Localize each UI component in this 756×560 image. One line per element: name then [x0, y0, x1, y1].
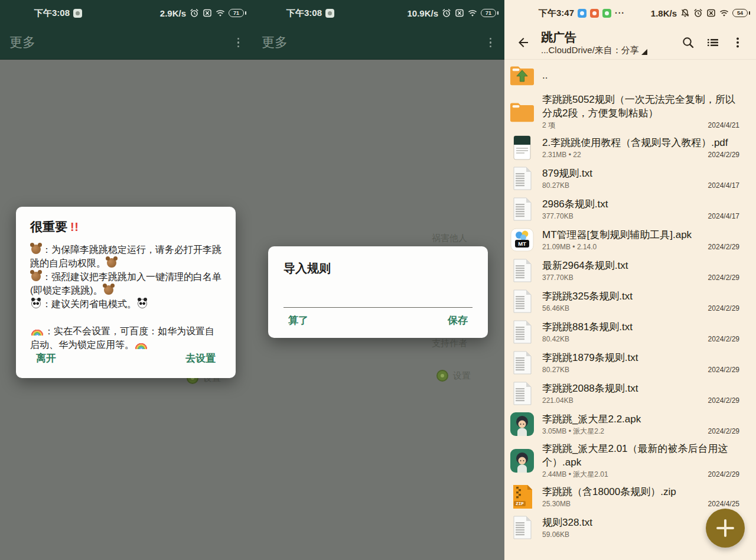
txt-icon [509, 288, 535, 314]
back-arrow-icon[interactable] [511, 31, 535, 54]
important-dialog: 很重要!! ：为保障李跳跳稳定运行，请务必打开李跳跳的自启动权限。：强烈建议把李… [16, 207, 236, 378]
file-row[interactable]: 李跳跳881条规则.txt 80.42KB 2024/2/29 [504, 317, 756, 347]
file-row[interactable]: MT MT管理器[复制规则辅助工具].apk 21.09MB • 2.14.0 … [504, 224, 756, 255]
file-date: 2024/2/29 [708, 470, 739, 479]
txt-icon [509, 515, 535, 541]
file-date: 2024/2/29 [708, 304, 739, 313]
breadcrumb: ...CloudDrive/来自：分享 [541, 44, 639, 56]
file-meta: 377.70KB [542, 212, 573, 221]
overflow-menu-icon[interactable] [725, 30, 750, 55]
no-sim-icon [455, 8, 464, 18]
file-date: 2024/4/21 [708, 121, 739, 130]
wifi-icon [216, 8, 225, 18]
panel-litiaotiao-more-1: 下午3:08 2.9K/s 71 更多 设置 很重要!! ：为保障李跳跳稳定运行… [0, 0, 252, 560]
more-notifications: ··· [615, 8, 625, 18]
file-meta: 80.27KB [542, 366, 569, 375]
overflow-menu-icon[interactable] [235, 35, 242, 50]
dimmed-support-item[interactable]: 支持作者 [432, 338, 467, 349]
file-date: 2024/2/29 [708, 243, 739, 252]
file-meta: 80.42KB [542, 335, 569, 344]
status-time: 下午3:47 [539, 8, 574, 19]
txt-icon [509, 165, 535, 191]
dimmed-share-label: 祸害他人 [432, 233, 467, 244]
wifi-icon [719, 8, 729, 18]
file-row[interactable]: 李跳跳_派大星2.01（最新的被杀后台用这个）.apk 2.44MB • 派大星… [504, 439, 756, 481]
file-row[interactable]: 李跳跳5052规则（一次无法完全复制，所以分成2段，方便复制粘贴） 2 项 20… [504, 90, 756, 132]
file-row[interactable]: 李跳跳325条规则.txt 56.46KB 2024/2/29 [504, 286, 756, 317]
file-meta: 377.70KB [542, 274, 573, 282]
txt-icon [509, 380, 535, 406]
cancel-button[interactable]: 算了 [287, 312, 309, 328]
file-row[interactable]: 最新2964条规则.txt 377.70KB 2024/2/29 [504, 255, 756, 286]
svg-text:MT: MT [518, 240, 526, 247]
notification-app-icon-green [602, 9, 611, 18]
notification-app-icon-orange [590, 9, 599, 18]
file-name: MT管理器[复制规则辅助工具].apk [542, 228, 739, 242]
zip-icon: ZIP [509, 484, 535, 510]
notification-app-icon [73, 9, 82, 18]
file-row[interactable]: ZIP 李跳跳（含18000条规则）.zip 25.30MB 2024/4/25 [504, 481, 756, 512]
file-name: 李跳跳5052规则（一次无法完全复制，所以分成2段，方便复制粘贴） [542, 93, 739, 120]
dialog-title: 很重要!! [30, 219, 221, 235]
file-date: 2024/4/25 [708, 500, 739, 509]
save-button[interactable]: 保存 [447, 312, 469, 328]
alarm-icon [693, 8, 703, 18]
txt-icon [509, 350, 535, 376]
file-meta: 59.06KB [542, 530, 569, 539]
bear-emoji [104, 285, 113, 295]
file-date: 2024/4/17 [708, 212, 739, 221]
path-dropdown-icon [641, 49, 647, 55]
file-meta: 221.04KB [542, 396, 573, 405]
file-name: 李跳跳881条规则.txt [542, 320, 739, 334]
file-date: 2024/2/29 [708, 335, 739, 344]
file-meta: 2.31MB • 22 [542, 151, 581, 159]
file-meta: 25.30MB [542, 500, 571, 509]
app-bar: 更多 [252, 26, 504, 60]
no-sim-icon [203, 8, 212, 18]
folder-icon [509, 99, 535, 125]
file-name: 李跳跳_派大星2.01（最新的被杀后台用这个）.apk [542, 442, 739, 469]
file-row[interactable]: .. [504, 60, 756, 90]
rules-input[interactable] [284, 294, 472, 308]
file-row[interactable]: 李跳跳2088条规则.txt 221.04KB 2024/2/29 [504, 378, 756, 409]
app-bar: 跳广告 ...CloudDrive/来自：分享 [504, 26, 756, 60]
rainbow-emoji [31, 329, 43, 336]
title-block[interactable]: 跳广告 ...CloudDrive/来自：分享 [541, 30, 676, 56]
panel-file-manager: 下午3:47 ··· 1.8K/s 54 跳广告 [504, 0, 756, 560]
file-row[interactable]: 2986条规则.txt 377.70KB 2024/4/17 [504, 194, 756, 224]
green-app-icon [509, 448, 535, 474]
go-to-settings-button[interactable]: 去设置 [184, 350, 217, 366]
battery-icon: 71 [229, 9, 244, 17]
double-exclamation-mark: !! [70, 220, 79, 234]
import-rules-dialog: 导入规则 算了 保存 [268, 246, 488, 338]
search-icon[interactable] [676, 30, 700, 55]
file-date: 2024/2/29 [708, 274, 739, 282]
file-row[interactable]: 2.李跳跳使用教程（含规则导入教程）.pdf 2.31MB • 22 2024/… [504, 132, 756, 163]
txt-icon [509, 319, 535, 345]
file-name: 2.李跳跳使用教程（含规则导入教程）.pdf [542, 136, 739, 149]
battery-icon: 71 [481, 9, 496, 17]
battery-icon: 54 [732, 9, 748, 17]
bear-emoji [31, 245, 41, 254]
bear-emoji [31, 272, 41, 281]
status-bar: 下午3:08 10.9K/s 71 [252, 0, 504, 26]
file-meta: 80.27KB [542, 181, 569, 190]
file-list: .. 李跳跳5052规则（一次无法完全复制，所以分成2段，方便复制粘贴） 2 项… [504, 60, 756, 560]
file-meta: 2 项 [542, 121, 555, 130]
file-date: 2024/2/29 [708, 396, 739, 405]
txt-icon [509, 196, 535, 222]
add-fab-button[interactable] [706, 509, 745, 548]
alarm-icon [190, 8, 199, 18]
file-meta: 2.44MB • 派大星2.01 [542, 470, 608, 479]
file-row[interactable]: 李跳跳1879条规则.txt 80.27KB 2024/2/29 [504, 347, 756, 378]
dimmed-settings-item[interactable]: 设置 [436, 370, 471, 382]
file-name: 李跳跳1879条规则.txt [542, 351, 739, 364]
leave-button[interactable]: 离开 [35, 350, 57, 366]
rainbow-emoji [135, 343, 147, 349]
file-row[interactable]: 879规则.txt 80.27KB 2024/4/17 [504, 163, 756, 194]
overflow-menu-icon[interactable] [487, 35, 494, 50]
file-row[interactable]: 李跳跳_派大星2.2.apk 3.05MB • 派大星2.2 2024/2/29 [504, 409, 756, 439]
view-list-icon[interactable] [700, 30, 725, 55]
dimmed-share-item[interactable]: 祸害他人 [432, 233, 467, 244]
file-date: 2024/2/29 [708, 427, 739, 436]
